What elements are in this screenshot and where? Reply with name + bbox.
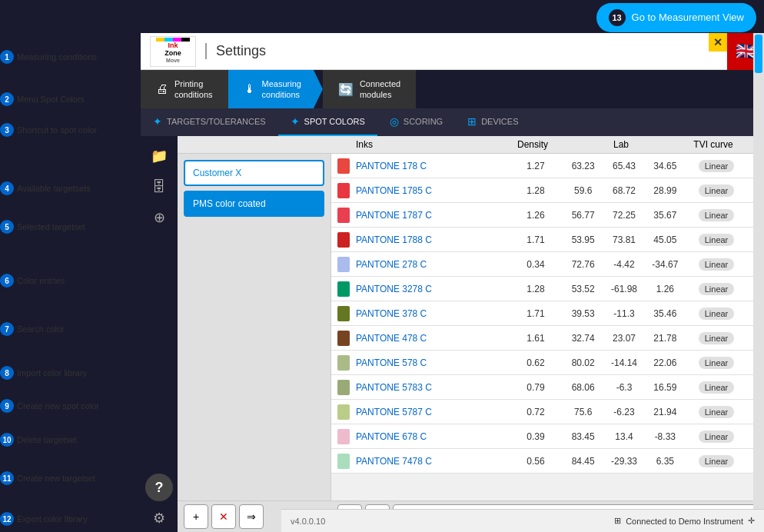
color-tvi: Linear bbox=[686, 234, 747, 245]
ann-badge-8: 8 bbox=[0, 366, 14, 380]
sub-tab-targets[interactable]: ✦ TARGETS/TOLERANCES bbox=[141, 108, 278, 136]
targetset-customer-x[interactable]: Customer X bbox=[184, 160, 324, 186]
color-swatch bbox=[337, 158, 350, 174]
color-density: 1.71 bbox=[509, 308, 563, 319]
color-density: 1.71 bbox=[509, 234, 563, 245]
color-l: 39.53 bbox=[564, 308, 603, 319]
color-tvi: Linear bbox=[686, 333, 747, 344]
color-name: PANTONE 1788 C bbox=[356, 234, 509, 245]
scoring-icon: ◎ bbox=[390, 115, 399, 128]
tvi-badge: Linear bbox=[699, 234, 735, 246]
col-inks-header bbox=[184, 139, 337, 150]
color-b: 22.06 bbox=[646, 357, 684, 368]
printing-label-2: conditions bbox=[174, 89, 213, 100]
table-row[interactable]: PANTONE 3278 C1.2853.52-61.981.26Linear bbox=[331, 277, 753, 301]
color-l: 59.6 bbox=[564, 185, 603, 196]
connected-icon: 🔄 bbox=[338, 82, 354, 97]
scrollbar-track[interactable] bbox=[753, 154, 764, 500]
main-area: Ink Zone Move Settings ✕ 🇬🇧 🖨 Printing c… bbox=[141, 33, 764, 532]
color-b: -8.33 bbox=[646, 431, 684, 442]
color-a: -61.98 bbox=[605, 284, 643, 294]
status-bar: v4.0.0.10 ⊞ Connected to Demo Instrument… bbox=[281, 509, 764, 532]
color-a: 72.25 bbox=[605, 210, 643, 221]
color-tvi: Linear bbox=[686, 456, 747, 467]
ann-label-8: Import color library bbox=[17, 368, 87, 377]
tab-measuring[interactable]: 🌡 Measuring conditions bbox=[228, 70, 323, 108]
table-row[interactable]: PANTONE 1785 C1.2859.668.7228.99Linear bbox=[331, 178, 753, 203]
color-name: PANTONE 1787 C bbox=[356, 210, 509, 221]
table-row[interactable]: PANTONE 578 C0.6280.02-14.1422.06Linear bbox=[331, 351, 753, 375]
ann-badge-10: 10 bbox=[0, 433, 14, 447]
compass-icon: ✛ bbox=[748, 516, 755, 526]
color-l: 84.45 bbox=[564, 456, 603, 467]
sub-tab-devices[interactable]: ⊞ DEVICES bbox=[455, 108, 530, 136]
tab-printing[interactable]: 🖨 Printing conditions bbox=[141, 70, 228, 108]
nav-tabs: 🖨 Printing conditions 🌡 Measuring condit… bbox=[141, 70, 764, 108]
add-targetset-button[interactable]: + bbox=[184, 504, 208, 529]
table-row[interactable]: PANTONE 178 C1.2763.2365.4334.65Linear bbox=[331, 154, 753, 178]
sidebar-gear-icon[interactable]: ⚙ bbox=[145, 504, 173, 532]
color-tvi: Linear bbox=[686, 407, 747, 417]
table-row[interactable]: PANTONE 278 C0.3472.76-4.42-34.67Linear bbox=[331, 252, 753, 277]
sub-tab-scoring[interactable]: ◎ SCORING bbox=[377, 108, 455, 136]
annotation-2: 2Menu Spot Colors bbox=[0, 92, 85, 106]
color-a: 68.72 bbox=[605, 185, 643, 196]
table-row[interactable]: PANTONE 5787 C0.7275.6-6.2321.94Linear bbox=[331, 400, 753, 424]
measuring-label-2: conditions bbox=[262, 89, 301, 100]
annotation-6: 6Color entries bbox=[0, 274, 65, 288]
sidebar-help-icon[interactable]: ? bbox=[145, 474, 173, 501]
color-name: PANTONE 478 C bbox=[356, 333, 509, 344]
targetset-pms-coated[interactable]: PMS color coated bbox=[184, 191, 324, 217]
color-name: PANTONE 678 C bbox=[356, 431, 509, 442]
table-row[interactable]: PANTONE 7478 C0.5684.45-29.336.35Linear bbox=[331, 449, 753, 474]
connected-label: Connected to Demo Instrument bbox=[626, 517, 743, 526]
tab-connected[interactable]: 🔄 Connected modules bbox=[323, 70, 416, 108]
left-sidebar: 📁 🗄 ⊕ ? ⚙ bbox=[141, 136, 178, 532]
color-a: -29.33 bbox=[605, 456, 643, 467]
color-l: 83.45 bbox=[564, 431, 603, 442]
table-row[interactable]: PANTONE 5783 C0.7968.06-6.316.59Linear bbox=[331, 375, 753, 400]
color-swatch bbox=[337, 257, 350, 272]
color-l: 75.6 bbox=[564, 407, 603, 417]
color-name: PANTONE 378 C bbox=[356, 308, 509, 319]
version-label: v4.0.0.10 bbox=[291, 517, 325, 526]
goto-measurement-button[interactable]: 13 Go to Measurement View bbox=[596, 3, 756, 32]
color-density: 1.28 bbox=[509, 284, 563, 294]
color-tvi: Linear bbox=[686, 431, 747, 442]
scoring-label: SCORING bbox=[404, 117, 443, 126]
sub-tab-spotcolors[interactable]: ✦ SPOT COLORS bbox=[278, 108, 377, 136]
close-button[interactable]: ✕ bbox=[709, 33, 727, 52]
tvi-badge: Linear bbox=[699, 185, 735, 197]
color-l: 56.77 bbox=[564, 210, 603, 221]
table-row[interactable]: PANTONE 678 C0.3983.4513.4-8.33Linear bbox=[331, 424, 753, 449]
tvi-badge: Linear bbox=[699, 381, 735, 394]
table-row[interactable]: PANTONE 1787 C1.2656.7772.2535.67Linear bbox=[331, 203, 753, 228]
table-header: Inks Density Lab TVI curve bbox=[178, 136, 764, 154]
color-density: 0.79 bbox=[509, 382, 563, 393]
color-density: 1.61 bbox=[509, 333, 563, 344]
export-library-button[interactable]: ⇒ bbox=[239, 504, 264, 529]
color-tvi: Linear bbox=[686, 284, 747, 294]
measuring-icon: 🌡 bbox=[244, 82, 256, 96]
ann-label-1: Measuring conditions bbox=[17, 52, 97, 62]
tvi-badge: Linear bbox=[699, 308, 735, 320]
color-density: 0.56 bbox=[509, 456, 563, 467]
table-row[interactable]: PANTONE 478 C1.6132.7423.0721.78Linear bbox=[331, 326, 753, 351]
sidebar-target-icon[interactable]: ⊕ bbox=[145, 204, 173, 231]
targetset-panel: Customer X PMS color coated bbox=[178, 154, 331, 500]
delete-targetset-button[interactable]: ✕ bbox=[211, 504, 236, 529]
connected-label-2: modules bbox=[360, 89, 400, 100]
color-rows-scroll[interactable]: PANTONE 178 C1.2763.2365.4334.65LinearPA… bbox=[331, 154, 764, 500]
sidebar-db-icon[interactable]: 🗄 bbox=[145, 173, 173, 201]
table-row[interactable]: PANTONE 378 C1.7139.53-11.335.46Linear bbox=[331, 301, 753, 326]
annotation-10: 10Delete targetset bbox=[0, 433, 77, 447]
ann-badge-1: 1 bbox=[0, 50, 14, 64]
color-a: 13.4 bbox=[605, 431, 643, 442]
table-row[interactable]: PANTONE 1788 C1.7153.9573.8145.05Linear bbox=[331, 228, 753, 252]
sidebar-folder-icon[interactable]: 📁 bbox=[145, 142, 173, 170]
color-tvi: Linear bbox=[686, 382, 747, 393]
spotcolors-icon: ✦ bbox=[291, 115, 300, 128]
tvi-badge: Linear bbox=[699, 209, 735, 221]
color-b: 6.35 bbox=[646, 456, 684, 467]
color-swatch bbox=[337, 429, 350, 444]
